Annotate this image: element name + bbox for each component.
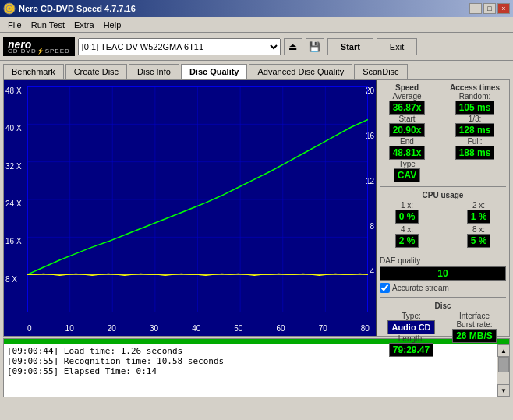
x-label-50: 50 (234, 324, 242, 333)
random-value: 105 ms (455, 101, 495, 115)
start-label: Start (398, 115, 415, 123)
tab-benchmark[interactable]: Benchmark (3, 64, 64, 79)
scroll-up-button[interactable]: ▲ (497, 344, 510, 357)
speed-section: Speed Average 36.87x Start 20.90x End 48… (380, 83, 434, 182)
tab-disc-quality[interactable]: Disc Quality (181, 64, 248, 79)
dae-value: 10 (380, 266, 506, 281)
title-bar-left: Nero CD-DVD Speed 4.7.7.16 (3, 2, 136, 15)
cpu-8x-value: 5 % (467, 234, 491, 248)
y-label-16: 16 X (5, 237, 22, 245)
menu-bar: File Run Test Extra Help (0, 17, 513, 33)
avg-value: 36.87x (389, 101, 426, 115)
x-label-10: 10 (65, 324, 74, 333)
cpu-header: CPU usage (380, 191, 506, 199)
disc-type-value: Audio CD (387, 320, 434, 334)
start-button[interactable]: Start (327, 38, 373, 55)
eject-button[interactable]: ⏏ (284, 38, 302, 55)
menu-file[interactable]: File (3, 19, 27, 31)
avg-label: Average (392, 92, 421, 101)
tab-advanced-disc-quality[interactable]: Advanced Disc Quality (249, 64, 352, 79)
right-panel: Speed Average 36.87x Start 20.90x End 48… (377, 80, 509, 336)
svg-point-2 (9, 8, 11, 10)
x-label-60: 60 (276, 324, 285, 333)
full-value: 188 ms (455, 146, 495, 160)
save-button[interactable]: 💾 (306, 38, 324, 55)
cpu-2x-value: 1 % (467, 210, 491, 224)
tab-bar: Benchmark Create Disc Disc Info Disc Qua… (0, 61, 513, 79)
scroll-down-button[interactable]: ▼ (497, 384, 510, 397)
cpu-row-2: 4 x: 2 % 8 x: 5 % (380, 225, 506, 248)
y-label-8: 8 X (5, 275, 22, 284)
scroll-thumb[interactable] (498, 357, 509, 372)
one-third-value: 128 ms (455, 123, 495, 137)
nero-sub: CD·DVD⚡SPEED (8, 48, 70, 55)
tab-scan-disc[interactable]: ScanDisc (354, 64, 407, 79)
title-bar: Nero CD-DVD Speed 4.7.7.16 _ □ × (0, 0, 513, 17)
access-times-header: Access times (450, 83, 500, 92)
window-title: Nero CD-DVD Speed 4.7.7.16 (19, 4, 136, 13)
log-line-2: [09:00:55] Recognition time: 10.58 secon… (7, 356, 494, 366)
cpu-1x-label: 1 x: (401, 201, 413, 210)
speed-access-row: Speed Average 36.87x Start 20.90x End 48… (380, 83, 506, 182)
y-label-24: 24 X (5, 199, 22, 208)
toolbar: nero CD·DVD⚡SPEED [0:1] TEAC DV-W522GMA … (0, 33, 513, 61)
disc-length-label: Length: (398, 334, 424, 343)
menu-extra[interactable]: Extra (69, 19, 99, 31)
end-value: 48.81x (389, 146, 426, 160)
random-label: Random: (459, 92, 491, 101)
scroll-track (497, 357, 509, 384)
minimize-button[interactable]: _ (469, 3, 482, 14)
maximize-button[interactable]: □ (483, 3, 496, 14)
dae-label: DAE quality (380, 256, 506, 265)
tab-create-disc[interactable]: Create Disc (65, 64, 127, 79)
end-label: End (400, 137, 414, 146)
accurate-stream-label: Accurate stream (392, 284, 449, 292)
close-button[interactable]: × (497, 3, 510, 14)
burst-rate-label: Burst rate: (456, 320, 492, 329)
log-scrollbar[interactable]: ▲ ▼ (497, 344, 509, 397)
cpu-8x-label: 8 x: (472, 225, 485, 234)
log-line-1: [09:00:44] Load time: 1.26 seconds (7, 346, 494, 356)
log-area: [09:00:44] Load time: 1.26 seconds [09:0… (3, 344, 510, 397)
x-label-0: 0 (27, 324, 32, 333)
start-value: 20.90x (389, 123, 426, 137)
cpu-1x-col: 1 x: 0 % (380, 201, 434, 224)
menu-run-test[interactable]: Run Test (27, 19, 69, 31)
accurate-stream-row: Accurate stream (380, 283, 506, 293)
y-axis-labels: 48 X 40 X 32 X 24 X 16 X 8 X (5, 86, 22, 312)
full-label: Full: (468, 137, 483, 146)
one-third-label: 1/3: (469, 115, 482, 123)
log-line-3: [09:00:55] Elapsed Time: 0:14 (7, 366, 494, 376)
x-label-20: 20 (108, 324, 116, 333)
tab-disc-info[interactable]: Disc Info (129, 64, 179, 79)
x-axis-labels: 0 10 20 30 40 50 60 70 80 (27, 324, 370, 333)
app-icon (3, 2, 16, 15)
title-controls[interactable]: _ □ × (469, 3, 510, 14)
disc-header: Disc (380, 302, 506, 310)
exit-button[interactable]: Exit (377, 38, 417, 55)
cpu-2x-label: 2 x: (472, 201, 485, 210)
x-label-40: 40 (192, 324, 200, 333)
cpu-4x-value: 2 % (395, 234, 419, 248)
divider-1 (380, 186, 506, 187)
y-label-32: 32 X (5, 162, 22, 171)
cpu-4x-col: 4 x: 2 % (380, 225, 434, 248)
cpu-1x-value: 0 % (395, 210, 419, 224)
divider-2 (380, 252, 506, 252)
menu-help[interactable]: Help (99, 19, 126, 31)
interface-label: Interface (459, 312, 490, 320)
dae-section: DAE quality 10 (380, 256, 506, 281)
cpu-section: CPU usage 1 x: 0 % 2 x: 1 % 4 x: 2 % 8 x… (380, 191, 506, 248)
y-label-40: 40 X (5, 124, 22, 132)
nero-logo: nero CD·DVD⚡SPEED (3, 37, 75, 56)
accurate-stream-checkbox[interactable] (380, 283, 390, 293)
log-content: [09:00:44] Load time: 1.26 seconds [09:0… (4, 344, 497, 397)
type-label: Type (398, 160, 416, 168)
x-label-80: 80 (361, 324, 370, 333)
chart-svg (27, 86, 368, 312)
drive-selector[interactable]: [0:1] TEAC DV-W522GMA 6T11 (78, 38, 281, 55)
cpu-2x-col: 2 x: 1 % (451, 201, 506, 224)
disc-type-label: Type: (402, 312, 420, 320)
speed-header: Speed (395, 83, 419, 92)
chart-area: 48 X 40 X 32 X 24 X 16 X 8 X 20 16 12 8 … (4, 80, 377, 336)
